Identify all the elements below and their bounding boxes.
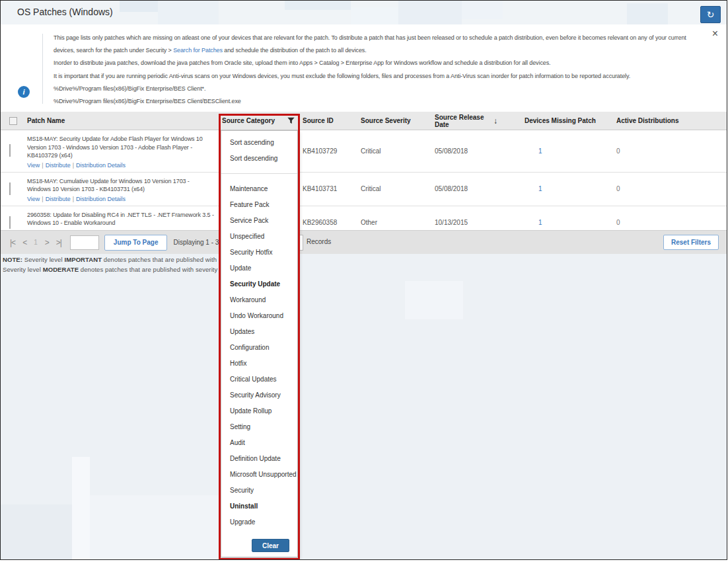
jump-to-page-input[interactable] <box>70 235 99 250</box>
source-id-cell: KB2960358 <box>303 219 361 226</box>
filter-option-update[interactable]: Update <box>221 261 297 276</box>
filter-option-undo-workaround[interactable]: Undo Workaround <box>221 308 297 324</box>
next-page-icon[interactable]: > <box>45 238 49 247</box>
column-header-devices-missing-patch[interactable]: Devices Missing Patch <box>520 117 616 124</box>
patch-name: MS18-MAY: Security Update for Adobe Flas… <box>27 135 214 160</box>
filter-option-uninstall[interactable]: Uninstall <box>221 499 297 514</box>
source-severity-cell: Critical <box>361 147 435 155</box>
sort-ascending-option[interactable]: Sort ascending <box>221 135 297 151</box>
info-paragraph-2: Inorder to distribute java patches, down… <box>54 57 702 69</box>
info-paragraph-3: It is important that if you are running … <box>54 70 702 83</box>
distribute-link[interactable]: Distribute <box>46 162 71 169</box>
select-all-checkbox[interactable] <box>9 117 17 125</box>
active-distributions-cell: 0 <box>616 219 727 226</box>
row-checkbox[interactable] <box>9 182 11 195</box>
reset-filters-button[interactable]: Reset Filters <box>663 235 719 250</box>
search-for-patches-link[interactable]: Search for Patches <box>173 47 223 54</box>
distribution-details-link[interactable]: Distribution Details <box>76 196 126 202</box>
records-label: Records <box>307 238 331 245</box>
sort-descending-option[interactable]: Sort descending <box>221 151 297 167</box>
devices-missing-patch-link[interactable]: 1 <box>538 185 542 192</box>
filter-option-workaround[interactable]: Workaround <box>221 292 297 308</box>
source-id-cell: KB4103729 <box>303 147 361 155</box>
sort-descending-icon: ↓ <box>493 116 497 126</box>
table-header: Patch Name Source Category Source ID Sou… <box>1 112 727 130</box>
table-body: MS18-MAY: Security Update for Adobe Flas… <box>1 130 727 240</box>
table-row: MS18-MAY: Security Update for Adobe Flas… <box>1 130 727 173</box>
column-header-patch-name[interactable]: Patch Name <box>27 117 222 124</box>
filter-option-unspecified[interactable]: Unspecified <box>221 229 297 245</box>
info-paragraph-4: %Drive%/Program files(x86)/BigFix Enterp… <box>54 83 702 95</box>
column-header-source-severity[interactable]: Source Severity <box>361 117 435 124</box>
page-title: OS Patches (Windows) <box>17 7 113 17</box>
info-banner: i This page lists only patches which are… <box>1 24 727 112</box>
title-bar: OS Patches (Windows) ↻ <box>1 1 727 24</box>
filter-option-update-rollup[interactable]: Update Rollup <box>221 403 297 419</box>
patch-name: MS18-MAY: Cumulative Update for Windows … <box>27 177 214 194</box>
view-link[interactable]: View <box>27 196 40 202</box>
last-page-icon[interactable]: >| <box>56 238 61 247</box>
jump-to-page-button[interactable]: Jump To Page <box>104 235 168 251</box>
info-paragraph-1: This page lists only patches which are m… <box>54 32 702 57</box>
row-actions: View|Distribute|Distribution Details <box>27 162 214 169</box>
filter-icon[interactable] <box>287 117 295 124</box>
filter-option-feature-pack[interactable]: Feature Pack <box>221 197 297 213</box>
row-checkbox[interactable] <box>9 216 11 229</box>
filter-option-service-pack[interactable]: Service Pack <box>221 213 297 229</box>
menu-divider <box>221 173 297 174</box>
filter-option-microsoft-unsupported[interactable]: Microsoft Unsupported <box>221 467 297 483</box>
devices-missing-patch-link[interactable]: 1 <box>538 147 542 155</box>
clear-filter-button[interactable]: Clear <box>252 539 289 552</box>
column-header-source-id[interactable]: Source ID <box>303 117 361 124</box>
source-severity-cell: Other <box>361 219 435 226</box>
column-header-source-category[interactable]: Source Category <box>222 117 303 124</box>
first-page-icon[interactable]: |< <box>10 238 15 247</box>
refresh-button[interactable]: ↻ <box>700 6 721 23</box>
row-actions: View|Distribute|Distribution Details <box>27 196 214 202</box>
filter-option-updates[interactable]: Updates <box>221 324 297 340</box>
row-checkbox[interactable] <box>9 144 11 157</box>
filter-option-security-advisory[interactable]: Security Advisory <box>221 387 297 403</box>
column-header-source-release-date[interactable]: Source Release Date ↓ <box>435 114 520 128</box>
source-severity-cell: Critical <box>361 185 435 192</box>
source-release-date-cell: 05/08/2018 <box>435 185 520 192</box>
filter-option-security-hotfix[interactable]: Security Hotfix <box>221 245 297 261</box>
filter-option-security-update[interactable]: Security Update <box>221 276 297 292</box>
current-page-number: 1 <box>34 239 38 246</box>
column-header-active-distributions[interactable]: Active Distributions <box>616 117 727 124</box>
filter-option-maintenance[interactable]: Maintenance <box>221 181 297 197</box>
info-paragraph-5: %Drive%/Program files(x86)/BigFix Enterp… <box>54 95 702 108</box>
source-id-cell: KB4103731 <box>303 185 361 192</box>
filter-option-setting[interactable]: Setting <box>221 419 297 435</box>
screenshot-root: OS Patches (Windows) ↻ i This page lists… <box>0 0 728 564</box>
active-distributions-cell: 0 <box>616 147 727 155</box>
app-window: OS Patches (Windows) ↻ i This page lists… <box>0 0 727 560</box>
filter-option-audit[interactable]: Audit <box>221 435 297 451</box>
active-distributions-cell: 0 <box>616 185 727 192</box>
table-row: MS18-MAY: Cumulative Update for Windows … <box>1 173 727 206</box>
source-release-date-cell: 05/08/2018 <box>435 147 520 155</box>
source-release-date-cell: 10/13/2015 <box>435 219 520 226</box>
devices-missing-patch-link[interactable]: 1 <box>538 219 542 226</box>
distribute-link[interactable]: Distribute <box>46 196 71 202</box>
filter-option-critical-updates[interactable]: Critical Updates <box>221 372 297 387</box>
filter-option-upgrade[interactable]: Upgrade <box>221 514 297 530</box>
source-category-filter-menu: Sort ascending Sort descending Maintenan… <box>221 130 298 557</box>
info-icon: i <box>18 86 30 98</box>
refresh-icon: ↻ <box>707 9 715 20</box>
filter-option-configuration[interactable]: Configuration <box>221 340 297 356</box>
close-icon[interactable]: × <box>712 28 718 39</box>
filter-option-security[interactable]: Security <box>221 483 297 499</box>
filter-option-hotfix[interactable]: Hotfix <box>221 356 297 372</box>
view-link[interactable]: View <box>27 162 40 169</box>
pagination-bar: |< < 1 > >| Jump To Page Displaying 1 - … <box>1 230 727 254</box>
prev-page-icon[interactable]: < <box>22 238 26 247</box>
info-divider <box>42 34 43 104</box>
distribution-details-link[interactable]: Distribution Details <box>76 162 126 169</box>
info-text: This page lists only patches which are m… <box>54 32 702 108</box>
patch-name: 2960358: Update for Disabling RC4 in .NE… <box>27 211 214 227</box>
filter-option-definition-update[interactable]: Definition Update <box>221 451 297 467</box>
